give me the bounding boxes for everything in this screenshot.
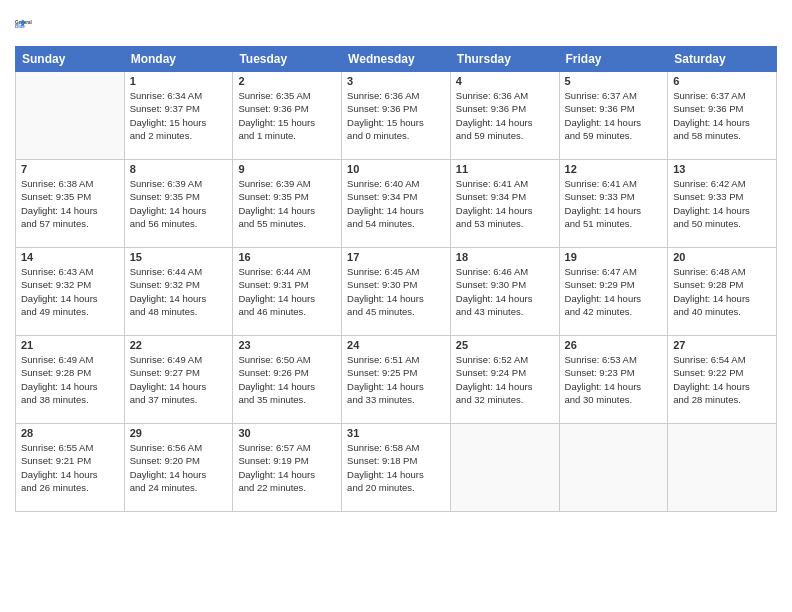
day-number: 5 xyxy=(565,75,663,87)
day-number: 8 xyxy=(130,163,228,175)
calendar-cell: 26Sunrise: 6:53 AM Sunset: 9:23 PM Dayli… xyxy=(559,336,668,424)
calendar-cell: 4Sunrise: 6:36 AM Sunset: 9:36 PM Daylig… xyxy=(450,72,559,160)
calendar-cell xyxy=(668,424,777,512)
day-info: Sunrise: 6:47 AM Sunset: 9:29 PM Dayligh… xyxy=(565,265,663,318)
calendar-cell: 9Sunrise: 6:39 AM Sunset: 9:35 PM Daylig… xyxy=(233,160,342,248)
calendar-cell xyxy=(16,72,125,160)
day-number: 15 xyxy=(130,251,228,263)
calendar-table: SundayMondayTuesdayWednesdayThursdayFrid… xyxy=(15,46,777,512)
day-number: 13 xyxy=(673,163,771,175)
calendar-cell: 21Sunrise: 6:49 AM Sunset: 9:28 PM Dayli… xyxy=(16,336,125,424)
calendar-cell: 14Sunrise: 6:43 AM Sunset: 9:32 PM Dayli… xyxy=(16,248,125,336)
day-info: Sunrise: 6:53 AM Sunset: 9:23 PM Dayligh… xyxy=(565,353,663,406)
day-number: 27 xyxy=(673,339,771,351)
day-info: Sunrise: 6:44 AM Sunset: 9:32 PM Dayligh… xyxy=(130,265,228,318)
calendar-cell: 24Sunrise: 6:51 AM Sunset: 9:25 PM Dayli… xyxy=(342,336,451,424)
day-info: Sunrise: 6:39 AM Sunset: 9:35 PM Dayligh… xyxy=(130,177,228,230)
day-info: Sunrise: 6:46 AM Sunset: 9:30 PM Dayligh… xyxy=(456,265,554,318)
day-info: Sunrise: 6:49 AM Sunset: 9:28 PM Dayligh… xyxy=(21,353,119,406)
day-number: 23 xyxy=(238,339,336,351)
day-info: Sunrise: 6:54 AM Sunset: 9:22 PM Dayligh… xyxy=(673,353,771,406)
calendar-cell: 31Sunrise: 6:58 AM Sunset: 9:18 PM Dayli… xyxy=(342,424,451,512)
day-number: 16 xyxy=(238,251,336,263)
calendar-cell: 23Sunrise: 6:50 AM Sunset: 9:26 PM Dayli… xyxy=(233,336,342,424)
day-info: Sunrise: 6:37 AM Sunset: 9:36 PM Dayligh… xyxy=(673,89,771,142)
day-number: 22 xyxy=(130,339,228,351)
calendar-cell: 20Sunrise: 6:48 AM Sunset: 9:28 PM Dayli… xyxy=(668,248,777,336)
day-info: Sunrise: 6:56 AM Sunset: 9:20 PM Dayligh… xyxy=(130,441,228,494)
header: General Blue xyxy=(15,10,777,38)
calendar-cell: 10Sunrise: 6:40 AM Sunset: 9:34 PM Dayli… xyxy=(342,160,451,248)
calendar-cell: 1Sunrise: 6:34 AM Sunset: 9:37 PM Daylig… xyxy=(124,72,233,160)
page-container: General Blue SundayMondayTuesdayWednesda… xyxy=(0,0,792,612)
day-number: 11 xyxy=(456,163,554,175)
day-info: Sunrise: 6:52 AM Sunset: 9:24 PM Dayligh… xyxy=(456,353,554,406)
day-info: Sunrise: 6:55 AM Sunset: 9:21 PM Dayligh… xyxy=(21,441,119,494)
day-number: 12 xyxy=(565,163,663,175)
week-row: 7Sunrise: 6:38 AM Sunset: 9:35 PM Daylig… xyxy=(16,160,777,248)
calendar-cell: 28Sunrise: 6:55 AM Sunset: 9:21 PM Dayli… xyxy=(16,424,125,512)
day-number: 14 xyxy=(21,251,119,263)
calendar-cell xyxy=(450,424,559,512)
day-number: 4 xyxy=(456,75,554,87)
calendar-cell: 29Sunrise: 6:56 AM Sunset: 9:20 PM Dayli… xyxy=(124,424,233,512)
calendar-cell: 2Sunrise: 6:35 AM Sunset: 9:36 PM Daylig… xyxy=(233,72,342,160)
day-info: Sunrise: 6:41 AM Sunset: 9:34 PM Dayligh… xyxy=(456,177,554,230)
week-row: 14Sunrise: 6:43 AM Sunset: 9:32 PM Dayli… xyxy=(16,248,777,336)
weekday-header-wednesday: Wednesday xyxy=(342,47,451,72)
logo-icon: General Blue xyxy=(15,10,43,38)
weekday-header-saturday: Saturday xyxy=(668,47,777,72)
calendar-cell: 8Sunrise: 6:39 AM Sunset: 9:35 PM Daylig… xyxy=(124,160,233,248)
calendar-cell: 30Sunrise: 6:57 AM Sunset: 9:19 PM Dayli… xyxy=(233,424,342,512)
day-number: 20 xyxy=(673,251,771,263)
day-number: 6 xyxy=(673,75,771,87)
day-number: 9 xyxy=(238,163,336,175)
calendar-cell: 19Sunrise: 6:47 AM Sunset: 9:29 PM Dayli… xyxy=(559,248,668,336)
calendar-cell: 15Sunrise: 6:44 AM Sunset: 9:32 PM Dayli… xyxy=(124,248,233,336)
calendar-cell xyxy=(559,424,668,512)
day-info: Sunrise: 6:36 AM Sunset: 9:36 PM Dayligh… xyxy=(456,89,554,142)
day-info: Sunrise: 6:38 AM Sunset: 9:35 PM Dayligh… xyxy=(21,177,119,230)
calendar-cell: 5Sunrise: 6:37 AM Sunset: 9:36 PM Daylig… xyxy=(559,72,668,160)
day-info: Sunrise: 6:45 AM Sunset: 9:30 PM Dayligh… xyxy=(347,265,445,318)
day-info: Sunrise: 6:34 AM Sunset: 9:37 PM Dayligh… xyxy=(130,89,228,142)
day-info: Sunrise: 6:44 AM Sunset: 9:31 PM Dayligh… xyxy=(238,265,336,318)
week-row: 21Sunrise: 6:49 AM Sunset: 9:28 PM Dayli… xyxy=(16,336,777,424)
day-number: 25 xyxy=(456,339,554,351)
calendar-cell: 12Sunrise: 6:41 AM Sunset: 9:33 PM Dayli… xyxy=(559,160,668,248)
day-number: 26 xyxy=(565,339,663,351)
day-info: Sunrise: 6:51 AM Sunset: 9:25 PM Dayligh… xyxy=(347,353,445,406)
logo: General Blue xyxy=(15,10,43,38)
day-info: Sunrise: 6:58 AM Sunset: 9:18 PM Dayligh… xyxy=(347,441,445,494)
header-row: SundayMondayTuesdayWednesdayThursdayFrid… xyxy=(16,47,777,72)
week-row: 28Sunrise: 6:55 AM Sunset: 9:21 PM Dayli… xyxy=(16,424,777,512)
day-info: Sunrise: 6:42 AM Sunset: 9:33 PM Dayligh… xyxy=(673,177,771,230)
calendar-cell: 17Sunrise: 6:45 AM Sunset: 9:30 PM Dayli… xyxy=(342,248,451,336)
day-info: Sunrise: 6:57 AM Sunset: 9:19 PM Dayligh… xyxy=(238,441,336,494)
calendar-cell: 13Sunrise: 6:42 AM Sunset: 9:33 PM Dayli… xyxy=(668,160,777,248)
week-row: 1Sunrise: 6:34 AM Sunset: 9:37 PM Daylig… xyxy=(16,72,777,160)
weekday-header-thursday: Thursday xyxy=(450,47,559,72)
calendar-cell: 22Sunrise: 6:49 AM Sunset: 9:27 PM Dayli… xyxy=(124,336,233,424)
day-number: 21 xyxy=(21,339,119,351)
day-number: 19 xyxy=(565,251,663,263)
day-number: 30 xyxy=(238,427,336,439)
day-number: 17 xyxy=(347,251,445,263)
day-number: 1 xyxy=(130,75,228,87)
day-number: 3 xyxy=(347,75,445,87)
day-info: Sunrise: 6:48 AM Sunset: 9:28 PM Dayligh… xyxy=(673,265,771,318)
calendar-cell: 16Sunrise: 6:44 AM Sunset: 9:31 PM Dayli… xyxy=(233,248,342,336)
day-number: 31 xyxy=(347,427,445,439)
day-number: 2 xyxy=(238,75,336,87)
day-info: Sunrise: 6:50 AM Sunset: 9:26 PM Dayligh… xyxy=(238,353,336,406)
calendar-cell: 3Sunrise: 6:36 AM Sunset: 9:36 PM Daylig… xyxy=(342,72,451,160)
day-info: Sunrise: 6:37 AM Sunset: 9:36 PM Dayligh… xyxy=(565,89,663,142)
calendar-cell: 6Sunrise: 6:37 AM Sunset: 9:36 PM Daylig… xyxy=(668,72,777,160)
day-info: Sunrise: 6:41 AM Sunset: 9:33 PM Dayligh… xyxy=(565,177,663,230)
day-info: Sunrise: 6:36 AM Sunset: 9:36 PM Dayligh… xyxy=(347,89,445,142)
day-number: 28 xyxy=(21,427,119,439)
day-info: Sunrise: 6:43 AM Sunset: 9:32 PM Dayligh… xyxy=(21,265,119,318)
calendar-cell: 25Sunrise: 6:52 AM Sunset: 9:24 PM Dayli… xyxy=(450,336,559,424)
day-info: Sunrise: 6:49 AM Sunset: 9:27 PM Dayligh… xyxy=(130,353,228,406)
weekday-header-friday: Friday xyxy=(559,47,668,72)
